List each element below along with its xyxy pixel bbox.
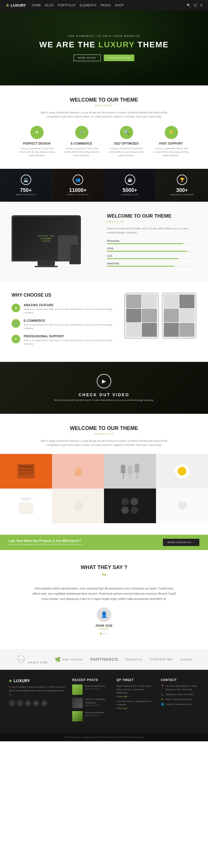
dot-1[interactable] — [100, 633, 102, 634]
nav-elements[interactable]: ELEMENTS — [80, 4, 96, 7]
social-facebook[interactable]: f — [9, 700, 15, 706]
feature-support: ⚡ FAST SUPPORT Luxury is a powerful Them… — [152, 126, 191, 157]
support-icon: ⚡ — [165, 126, 178, 139]
cart-icon[interactable]: 🛒 — [194, 3, 198, 7]
social-pinterest[interactable]: p — [41, 700, 48, 706]
nav-blog[interactable]: BLOG — [45, 4, 54, 7]
skill-bar-fill-0 — [107, 243, 183, 244]
testimonial-text: Anim pariatur cliche reprehenderit, enim… — [32, 586, 176, 602]
dot-3[interactable] — [106, 633, 108, 634]
website-icon: 🌐 — [161, 703, 164, 706]
welcome-subtitle: FEATURES — [17, 104, 191, 107]
hero-purchase-button[interactable]: PURCHASE NOW — [104, 55, 134, 61]
footer-post-text-1: LUXURY FASHION TENDENS March 22, 2016 — [85, 698, 111, 708]
portfolio-item-5[interactable] — [0, 489, 52, 523]
why-item-0: ★ AMAZING FEATURE Work is our favorite f… — [11, 304, 116, 314]
testimonial-dots — [17, 633, 191, 634]
portfolio-item-8[interactable]: 🤍 — [156, 489, 208, 523]
portfolio-item-2[interactable]: 🥚 — [52, 454, 104, 489]
footer-bottom-text: © 2016 Luxury — Responsive Portfolio and… — [64, 736, 144, 738]
welcome-section: WELCOME TO OUR THEME FEATURES With a ran… — [0, 85, 208, 169]
social-google[interactable]: g — [25, 700, 31, 706]
social-twitter[interactable]: t — [17, 700, 23, 706]
svg-text:award: award — [18, 659, 24, 660]
more-projects-button[interactable]: MORE PROJECTS → — [163, 539, 199, 546]
why-section: WHY CHOOSE US ★ AMAZING FEATURE Work is … — [0, 281, 208, 362]
why-item-title-0: AMAZING FEATURE — [24, 304, 116, 307]
nav-right: 🔍 🛒 0 — [187, 3, 202, 7]
why-icon-0: ★ — [11, 304, 20, 312]
why-item-desc-0: Work is our favorite four letter word. I… — [24, 308, 116, 314]
skill-html: HTML — [107, 247, 197, 252]
feature-title-1: E-COMMERCE — [62, 142, 101, 145]
stat-clients: 👥 11000+ Great Clients — [52, 169, 104, 202]
footer-post-img-1 — [72, 698, 83, 708]
footer-post-text-2: Women's Beautiful March 25, 2016 — [85, 711, 104, 721]
nav-shop[interactable]: SHOP — [115, 4, 124, 7]
portfolio-item-3[interactable] — [104, 454, 156, 489]
hero-subtitle: THE POWERFUL TO HELP YOUR WEBSITE — [68, 35, 140, 37]
portfolio-item-4[interactable] — [156, 454, 208, 489]
banner-text-block: Lets View More Our Projects & You Will L… — [9, 539, 83, 546]
stat-web-project: 💻 750+ Web Project — [0, 169, 52, 202]
footer-tweet-title: QP TWEET — [116, 678, 155, 682]
footer-post-1: LUXURY FASHION TENDENS March 22, 2016 — [72, 698, 111, 708]
email-icon: ✉ — [161, 698, 163, 701]
portfolio-header: WELCOME TO OUR THEME PORTFOLIO With a ra… — [0, 425, 208, 447]
portfolio-grid: 🥚 — [0, 454, 208, 523]
phone-mockup-device — [69, 244, 81, 264]
video-desc: Work is our favorite four letter word. I… — [54, 399, 154, 401]
nav-logo[interactable]: LUXURY — [6, 3, 26, 7]
mock-img-11 — [164, 323, 179, 337]
dot-2[interactable] — [103, 633, 105, 634]
footer-recent-posts-col: RECENT POSTS Muah Printed Dress March 18… — [72, 678, 111, 724]
footer-post-img-2 — [72, 711, 83, 721]
contact-item-3: 🌐 Website: www.luxury.com — [161, 703, 199, 706]
monitor-screen-text: WE ARE THELUXURYTHEME — [37, 235, 55, 242]
portfolio-item-1[interactable] — [0, 454, 52, 489]
why-mockup-images — [124, 292, 197, 339]
partner-5: testlab — [181, 658, 193, 661]
nav-pages[interactable]: PAGES — [100, 4, 111, 7]
portfolio-item-5-content — [19, 498, 33, 514]
footer-about-col: LUXURY Luxury is elegant, luxurious webs… — [9, 678, 66, 724]
search-icon[interactable]: 🔍 — [187, 3, 191, 7]
perfect-design-icon: ✦ — [30, 126, 43, 139]
svg-marker-3 — [9, 679, 12, 682]
portfolio-item-2-decoration: 🥚 — [73, 466, 84, 476]
footer-social: f t g in p — [9, 700, 66, 706]
nav-portfolio[interactable]: PORTFOLIO — [58, 4, 76, 7]
stat-label-2: Coffee Cup — [110, 193, 150, 196]
footer-post-2: Women's Beautiful March 25, 2016 — [72, 711, 111, 721]
nav-home[interactable]: HOME — [32, 4, 41, 7]
mock-img-3 — [126, 309, 141, 322]
play-button[interactable]: ▶ — [97, 374, 111, 389]
about-desc: Work is our favorite four letter word. I… — [107, 226, 197, 235]
about-subtitle: ABOUT US — [107, 220, 197, 223]
footer-bottom: © 2016 Luxury — Responsive Portfolio and… — [0, 733, 208, 741]
feature-title-2: SEO OPTIMIZED — [107, 142, 146, 145]
skill-bar-bg-2 — [107, 258, 197, 259]
video-section: ▶ CHECK OUT VIDEO Work is our favorite f… — [0, 362, 208, 414]
stat-label-0: Web Project — [6, 193, 46, 196]
partners-bar: award award club 🌿 web creator PARTNERCO… — [0, 649, 208, 670]
portfolio-item-7[interactable] — [104, 489, 156, 523]
feature-perfect-design: ✦ PERFECT DESIGN Luxury is a powerful Th… — [17, 126, 56, 157]
social-linkedin[interactable]: in — [33, 700, 39, 706]
hero-detail-button[interactable]: MORE DETAIL — [74, 55, 101, 61]
portfolio-item-6[interactable]: ⚪ — [52, 489, 104, 523]
portfolio-title: WELCOME TO OUR THEME — [17, 425, 191, 431]
mock-img-2 — [142, 294, 157, 308]
stat-awards: 🏆 300+ Awards Winner — [156, 169, 208, 202]
why-item-title-1: E-COMMERCE — [24, 319, 116, 322]
portfolio-desc: With a range of premium features, Luxury… — [35, 439, 173, 447]
skill-label-1: HTML — [107, 247, 197, 250]
footer-logo: LUXURY — [9, 678, 66, 683]
skill-bar-fill-2 — [107, 258, 179, 259]
feature-desc-0: Luxury is a powerful Theme that comes wi… — [17, 147, 56, 157]
banner-section: Lets View More Our Projects & You Will L… — [0, 535, 208, 550]
coffee-icon: ☕ — [125, 175, 135, 185]
nav-links: HOME BLOG PORTFOLIO ELEMENTS PAGES SHOP — [32, 4, 187, 7]
why-item-text-0: AMAZING FEATURE Work is our favorite fou… — [24, 304, 116, 314]
skill-bar-bg-1 — [107, 251, 197, 252]
